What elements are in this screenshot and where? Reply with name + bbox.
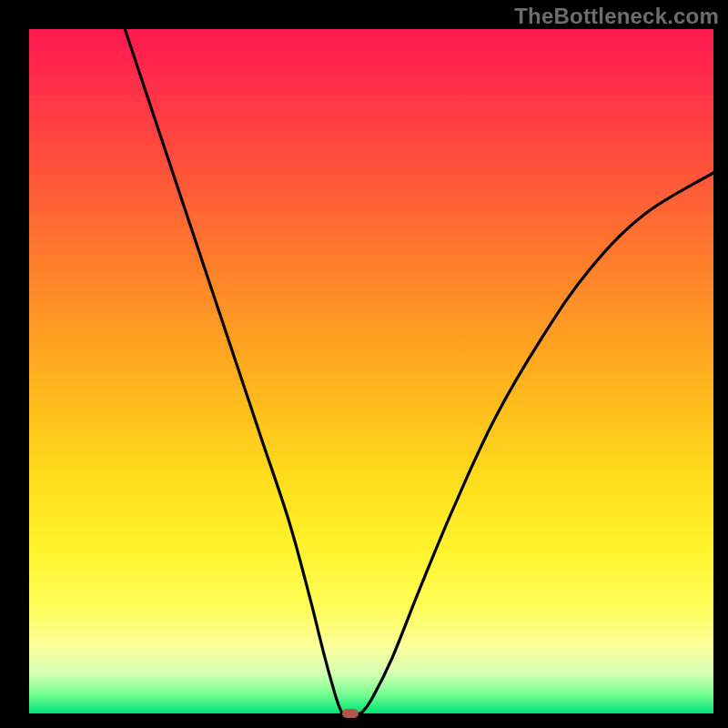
curve-svg (29, 29, 713, 713)
optimum-marker (342, 709, 359, 718)
watermark-text: TheBottleneck.com (514, 4, 719, 29)
chart-frame: TheBottleneck.com (0, 0, 728, 728)
plot-area (29, 29, 713, 713)
bottleneck-curve (125, 29, 713, 713)
